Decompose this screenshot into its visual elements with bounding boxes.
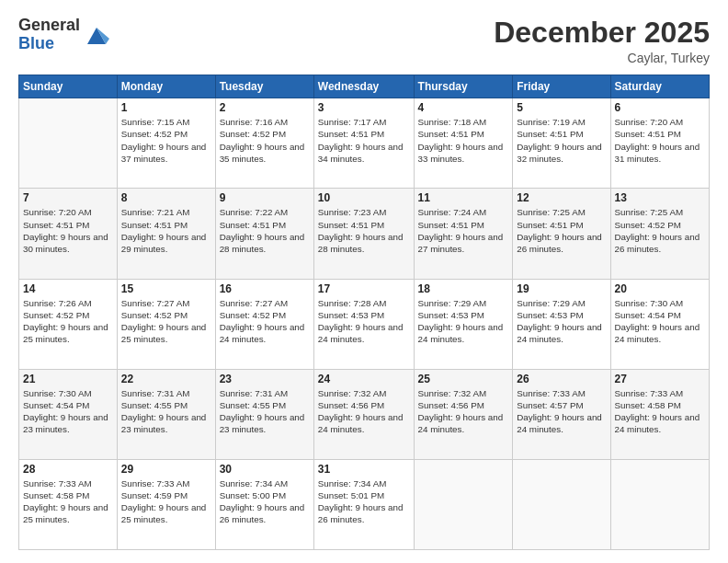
table-row: 4Sunrise: 7:18 AMSunset: 4:51 PMDaylight…	[414, 98, 513, 189]
day-number: 11	[418, 191, 509, 204]
day-info: Sunrise: 7:27 AMSunset: 4:52 PMDaylight:…	[121, 297, 211, 346]
table-row: 13Sunrise: 7:25 AMSunset: 4:52 PMDayligh…	[610, 189, 710, 279]
day-number: 10	[318, 191, 410, 204]
day-info: Sunrise: 7:25 AMSunset: 4:52 PMDaylight:…	[615, 206, 706, 255]
table-row: 15Sunrise: 7:27 AMSunset: 4:52 PMDayligh…	[117, 279, 215, 369]
header-monday: Monday	[117, 75, 215, 98]
day-number: 25	[418, 373, 509, 385]
day-info: Sunrise: 7:26 AMSunset: 4:52 PMDaylight:…	[23, 297, 113, 346]
day-info: Sunrise: 7:22 AMSunset: 4:51 PMDaylight:…	[220, 206, 310, 255]
table-row: 18Sunrise: 7:29 AMSunset: 4:53 PMDayligh…	[414, 279, 513, 369]
day-info: Sunrise: 7:30 AMSunset: 4:54 PMDaylight:…	[23, 387, 113, 436]
day-number: 28	[23, 463, 113, 476]
day-number: 19	[517, 282, 606, 295]
table-row: 19Sunrise: 7:29 AMSunset: 4:53 PMDayligh…	[513, 279, 610, 369]
header-wednesday: Wednesday	[313, 75, 414, 98]
page-header: General Blue December 2025 Caylar, Turke…	[18, 17, 710, 65]
day-info: Sunrise: 7:32 AMSunset: 4:56 PMDaylight:…	[418, 387, 509, 436]
table-row: 1Sunrise: 7:15 AMSunset: 4:52 PMDaylight…	[117, 98, 215, 189]
day-info: Sunrise: 7:29 AMSunset: 4:53 PMDaylight:…	[418, 297, 509, 346]
day-info: Sunrise: 7:21 AMSunset: 4:51 PMDaylight:…	[121, 206, 211, 255]
table-row	[414, 459, 513, 549]
logo-blue: Blue	[18, 35, 80, 53]
day-number: 31	[318, 463, 410, 476]
table-row: 14Sunrise: 7:26 AMSunset: 4:52 PMDayligh…	[19, 279, 118, 369]
day-number: 2	[220, 101, 310, 114]
table-row: 30Sunrise: 7:34 AMSunset: 5:00 PMDayligh…	[215, 459, 313, 549]
day-number: 1	[121, 101, 211, 114]
day-number: 22	[121, 373, 211, 385]
day-info: Sunrise: 7:34 AMSunset: 5:00 PMDaylight:…	[220, 477, 310, 526]
table-row: 9Sunrise: 7:22 AMSunset: 4:51 PMDaylight…	[215, 189, 313, 279]
table-row: 24Sunrise: 7:32 AMSunset: 4:56 PMDayligh…	[313, 369, 414, 459]
table-row: 17Sunrise: 7:28 AMSunset: 4:53 PMDayligh…	[313, 279, 414, 369]
day-number: 9	[220, 191, 310, 204]
calendar-week-row: 7Sunrise: 7:20 AMSunset: 4:51 PMDaylight…	[19, 189, 710, 279]
day-number: 7	[23, 191, 113, 204]
table-row: 10Sunrise: 7:23 AMSunset: 4:51 PMDayligh…	[313, 189, 414, 279]
header-thursday: Thursday	[414, 75, 513, 98]
calendar-week-row: 28Sunrise: 7:33 AMSunset: 4:58 PMDayligh…	[19, 459, 710, 549]
day-number: 15	[121, 282, 211, 295]
table-row: 16Sunrise: 7:27 AMSunset: 4:52 PMDayligh…	[215, 279, 313, 369]
day-number: 27	[615, 373, 706, 385]
day-number: 23	[220, 373, 310, 385]
day-number: 14	[23, 282, 113, 295]
day-number: 4	[418, 101, 509, 114]
day-number: 18	[418, 282, 509, 295]
location: Caylar, Turkey	[494, 51, 710, 65]
day-info: Sunrise: 7:24 AMSunset: 4:51 PMDaylight:…	[418, 206, 509, 255]
day-info: Sunrise: 7:25 AMSunset: 4:51 PMDaylight:…	[517, 206, 606, 255]
day-number: 6	[615, 101, 706, 114]
table-row: 11Sunrise: 7:24 AMSunset: 4:51 PMDayligh…	[414, 189, 513, 279]
day-info: Sunrise: 7:33 AMSunset: 4:58 PMDaylight:…	[615, 387, 706, 436]
day-info: Sunrise: 7:16 AMSunset: 4:52 PMDaylight:…	[220, 116, 310, 165]
day-number: 21	[23, 373, 113, 385]
day-info: Sunrise: 7:31 AMSunset: 4:55 PMDaylight:…	[121, 387, 211, 436]
day-info: Sunrise: 7:28 AMSunset: 4:53 PMDaylight:…	[318, 297, 410, 346]
table-row: 12Sunrise: 7:25 AMSunset: 4:51 PMDayligh…	[513, 189, 610, 279]
logo: General Blue	[18, 17, 109, 53]
logo-general: General	[18, 17, 80, 35]
header-saturday: Saturday	[610, 75, 710, 98]
table-row: 29Sunrise: 7:33 AMSunset: 4:59 PMDayligh…	[117, 459, 215, 549]
day-info: Sunrise: 7:29 AMSunset: 4:53 PMDaylight:…	[517, 297, 606, 346]
table-row: 22Sunrise: 7:31 AMSunset: 4:55 PMDayligh…	[117, 369, 215, 459]
calendar-table: Sunday Monday Tuesday Wednesday Thursday…	[18, 75, 710, 550]
day-info: Sunrise: 7:33 AMSunset: 4:57 PMDaylight:…	[517, 387, 606, 436]
day-number: 29	[121, 463, 211, 476]
table-row: 8Sunrise: 7:21 AMSunset: 4:51 PMDaylight…	[117, 189, 215, 279]
day-number: 5	[517, 101, 606, 114]
day-info: Sunrise: 7:27 AMSunset: 4:52 PMDaylight:…	[220, 297, 310, 346]
day-number: 12	[517, 191, 606, 204]
table-row: 26Sunrise: 7:33 AMSunset: 4:57 PMDayligh…	[513, 369, 610, 459]
table-row: 23Sunrise: 7:31 AMSunset: 4:55 PMDayligh…	[215, 369, 313, 459]
table-row: 31Sunrise: 7:34 AMSunset: 5:01 PMDayligh…	[313, 459, 414, 549]
day-info: Sunrise: 7:20 AMSunset: 4:51 PMDaylight:…	[615, 116, 706, 165]
calendar-week-row: 1Sunrise: 7:15 AMSunset: 4:52 PMDaylight…	[19, 98, 710, 189]
day-number: 24	[318, 373, 410, 385]
day-number: 30	[220, 463, 310, 476]
month-title: December 2025	[494, 17, 710, 49]
header-tuesday: Tuesday	[215, 75, 313, 98]
day-info: Sunrise: 7:18 AMSunset: 4:51 PMDaylight:…	[418, 116, 509, 165]
day-number: 3	[318, 101, 410, 114]
day-info: Sunrise: 7:15 AMSunset: 4:52 PMDaylight:…	[121, 116, 211, 165]
day-number: 17	[318, 282, 410, 295]
calendar-week-row: 14Sunrise: 7:26 AMSunset: 4:52 PMDayligh…	[19, 279, 710, 369]
table-row: 27Sunrise: 7:33 AMSunset: 4:58 PMDayligh…	[610, 369, 710, 459]
day-info: Sunrise: 7:32 AMSunset: 4:56 PMDaylight:…	[318, 387, 410, 436]
table-row: 7Sunrise: 7:20 AMSunset: 4:51 PMDaylight…	[19, 189, 118, 279]
header-sunday: Sunday	[19, 75, 118, 98]
calendar-header-row: Sunday Monday Tuesday Wednesday Thursday…	[19, 75, 710, 98]
table-row: 20Sunrise: 7:30 AMSunset: 4:54 PMDayligh…	[610, 279, 710, 369]
table-row	[19, 98, 118, 189]
day-info: Sunrise: 7:19 AMSunset: 4:51 PMDaylight:…	[517, 116, 606, 165]
day-info: Sunrise: 7:33 AMSunset: 4:59 PMDaylight:…	[121, 477, 211, 526]
calendar-week-row: 21Sunrise: 7:30 AMSunset: 4:54 PMDayligh…	[19, 369, 710, 459]
title-block: December 2025 Caylar, Turkey	[494, 17, 710, 65]
table-row	[513, 459, 610, 549]
table-row: 25Sunrise: 7:32 AMSunset: 4:56 PMDayligh…	[414, 369, 513, 459]
header-friday: Friday	[513, 75, 610, 98]
day-number: 13	[615, 191, 706, 204]
